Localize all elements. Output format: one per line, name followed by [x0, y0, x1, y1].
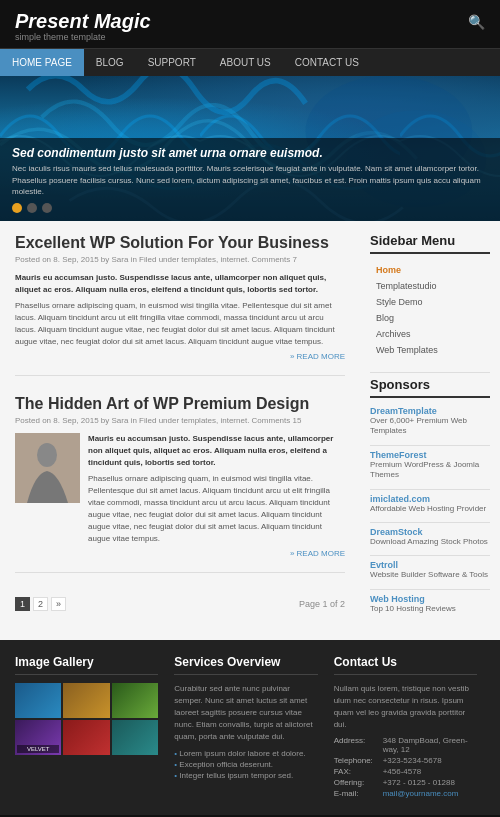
contact-phone-label: Telephone:: [334, 756, 379, 765]
sponsor-dreamstock-name[interactable]: DreamStock: [370, 527, 490, 537]
services-title: Services Overview: [174, 655, 317, 675]
sponsor-divider-3: [370, 522, 490, 523]
sponsors-section: Sponsors DreamTemplate Over 6,000+ Premi…: [370, 377, 490, 614]
sponsor-imiclated-name[interactable]: imiclated.com: [370, 494, 490, 504]
gallery-thumb-3[interactable]: [112, 683, 158, 718]
footer-widgets: Image Gallery VELVET Services Overview C…: [0, 640, 500, 815]
sponsor-imiclated: imiclated.com Affordable Web Hosting Pro…: [370, 494, 490, 514]
service-item-1: Lorem ipsum dolor labore et dolore.: [174, 748, 317, 759]
page-2[interactable]: 2: [33, 597, 48, 611]
post-2-body: Mauris eu accumsan justo. Suspendisse la…: [15, 433, 345, 558]
sidebar-item-templatestudio[interactable]: Templatestudio: [370, 278, 490, 294]
nav-item-blog[interactable]: BLOG: [84, 49, 136, 76]
sponsor-dreamstock: DreamStock Download Amazing Stock Photos: [370, 527, 490, 547]
post-2-title[interactable]: The Hidden Art of WP Premium Design: [15, 394, 345, 413]
nav-item-about[interactable]: ABOUT US: [208, 49, 283, 76]
sponsor-evtroll-desc: Website Builder Software & Tools: [370, 570, 490, 580]
header: Present Magic simple theme template 🔍: [0, 0, 500, 48]
sidebar-menu-section: Sidebar Menu Home Templatestudio Style D…: [370, 233, 490, 358]
sponsor-themeforest: ThemeForest Premium WordPress & Joomla T…: [370, 450, 490, 481]
sponsor-themeforest-name[interactable]: ThemeForest: [370, 450, 490, 460]
post-2: The Hidden Art of WP Premium Design Post…: [15, 394, 345, 573]
nav-item-home[interactable]: HOME PAGE: [0, 49, 84, 76]
gallery-thumb-5[interactable]: [63, 720, 109, 755]
sponsor-webhosting-name[interactable]: Web Hosting: [370, 594, 490, 604]
sidebar-item-home[interactable]: Home: [370, 262, 490, 278]
contact-fax-row: FAX: +456-4578: [334, 767, 477, 776]
page-1[interactable]: 1: [15, 597, 30, 611]
contact-fax-label: FAX:: [334, 767, 379, 776]
nav-item-support[interactable]: SUPPORT: [136, 49, 208, 76]
contact-offering-value: +372 - 0125 - 01288: [383, 778, 455, 787]
page-numbers: 1 2 »: [15, 597, 66, 611]
gallery-thumb-1[interactable]: [15, 683, 61, 718]
post-1: Excellent WP Solution For Your Business …: [15, 233, 345, 376]
sponsor-divider-2: [370, 489, 490, 490]
contact-intro: Nullam quis lorem, tristique non vestib …: [334, 683, 477, 731]
site-tagline: simple theme template: [15, 32, 151, 42]
contact-offering-row: Offering: +372 - 0125 - 01288: [334, 778, 477, 787]
sponsor-themeforest-desc: Premium WordPress & Joomla Themes: [370, 460, 490, 481]
contact-address-row: Address: 348 DampBoad, Green-way, 12: [334, 736, 477, 754]
contact-email-label: E-mail:: [334, 789, 379, 798]
contact-email-row: E-mail: mail@yourname.com: [334, 789, 477, 798]
post-1-text: Mauris eu accumsan justo. Suspendisse la…: [15, 272, 345, 361]
nav: HOME PAGE BLOG SUPPORT ABOUT US CONTACT …: [0, 48, 500, 76]
services-intro: Curabitur sed ante nunc pulvinar semper.…: [174, 683, 317, 743]
page-info: Page 1 of 2: [299, 599, 345, 609]
sponsor-evtroll-name[interactable]: Evtroll: [370, 560, 490, 570]
post-1-title[interactable]: Excellent WP Solution For Your Business: [15, 233, 345, 252]
hero-dot-1[interactable]: [12, 203, 22, 213]
post-1-read-more[interactable]: » READ MORE: [15, 352, 345, 361]
sidebar-item-web-templates[interactable]: Web Templates: [370, 342, 490, 358]
sidebar: Sidebar Menu Home Templatestudio Style D…: [360, 221, 500, 640]
post-1-body: Mauris eu accumsan justo. Suspendisse la…: [15, 272, 345, 361]
gallery-title: Image Gallery: [15, 655, 158, 675]
sidebar-item-archives[interactable]: Archives: [370, 326, 490, 342]
sponsor-divider-5: [370, 589, 490, 590]
service-item-3: Integer tellus ipsum tempor sed.: [174, 770, 317, 781]
sponsor-dreamstock-desc: Download Amazing Stock Photos: [370, 537, 490, 547]
hero-title: Sed condimentum justo sit amet urna orna…: [12, 146, 488, 160]
pagination: 1 2 » Page 1 of 2: [15, 591, 345, 617]
contact-email-value[interactable]: mail@yourname.com: [383, 789, 459, 798]
contact-phone-row: Telephone: +323-5234-5678: [334, 756, 477, 765]
sponsor-divider-4: [370, 555, 490, 556]
post-2-excerpt2: Phasellus ornare adipiscing quam, in eui…: [88, 473, 345, 545]
post-2-thumbnail: [15, 433, 80, 503]
hero-overlay: Sed condimentum justo sit amet urna orna…: [0, 138, 500, 221]
nav-item-contact[interactable]: CONTACT US: [283, 49, 371, 76]
sidebar-menu-title: Sidebar Menu: [370, 233, 490, 254]
sponsor-evtroll: Evtroll Website Builder Software & Tools: [370, 560, 490, 580]
site-title: Present Magic: [15, 10, 151, 32]
hero-dot-2[interactable]: [27, 203, 37, 213]
gallery-thumb-2[interactable]: [63, 683, 109, 718]
post-2-text: Mauris eu accumsan justo. Suspendisse la…: [88, 433, 345, 558]
contact-address-label: Address:: [334, 736, 379, 754]
search-icon[interactable]: 🔍: [468, 14, 485, 30]
hero-dots: [12, 203, 488, 213]
svg-point-3: [37, 443, 57, 467]
sidebar-item-style-demo[interactable]: Style Demo: [370, 294, 490, 310]
gallery-thumb-4[interactable]: VELVET: [15, 720, 61, 755]
hero-text: Nec iaculis risus mauris sed tellus male…: [12, 163, 488, 197]
sponsor-dreamtemplate-name[interactable]: DreamTemplate: [370, 406, 490, 416]
contact-address-value: 348 DampBoad, Green-way, 12: [383, 736, 477, 754]
sponsor-dreamtemplate: DreamTemplate Over 6,000+ Premium Web Te…: [370, 406, 490, 437]
post-1-excerpt1: Mauris eu accumsan justo. Suspendisse la…: [15, 272, 345, 296]
page-next[interactable]: »: [51, 597, 66, 611]
gallery-grid: VELVET: [15, 683, 158, 755]
post-2-read-more[interactable]: » READ MORE: [88, 549, 345, 558]
gallery-thumb-6[interactable]: [112, 720, 158, 755]
post-1-excerpt2: Phasellus ornare adipiscing quam, in eui…: [15, 300, 345, 348]
service-item-2: Exception officia deserunt.: [174, 759, 317, 770]
gallery-widget: Image Gallery VELVET: [15, 655, 166, 800]
contact-phone-value: +323-5234-5678: [383, 756, 442, 765]
post-2-meta: Posted on 8. Sep, 2015 by Sara in Filed …: [15, 416, 345, 425]
services-list: Lorem ipsum dolor labore et dolore. Exce…: [174, 748, 317, 781]
sponsor-imiclated-desc: Affordable Web Hosting Provider: [370, 504, 490, 514]
sidebar-divider: [370, 372, 490, 373]
hero-dot-3[interactable]: [42, 203, 52, 213]
sidebar-item-blog[interactable]: Blog: [370, 310, 490, 326]
contact-widget: Contact Us Nullam quis lorem, tristique …: [326, 655, 485, 800]
